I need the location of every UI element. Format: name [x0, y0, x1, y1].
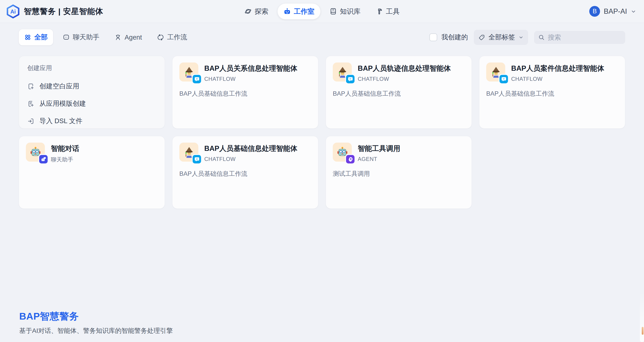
- chevron-down-icon: [631, 9, 636, 14]
- app-logo-icon: Ai: [6, 4, 20, 18]
- app-card-title: 智能对话: [51, 144, 79, 153]
- workflow-icon: [157, 34, 164, 41]
- tag-filter-label: 全部标签: [488, 33, 515, 42]
- app-card-description: BAP人员基础信息工作流: [333, 89, 465, 98]
- svg-text:Ai: Ai: [10, 9, 16, 15]
- app-card-title: BAP人员基础信息处理智能体: [204, 144, 297, 153]
- app-card-description: BAP人员基础信息工作流: [179, 170, 311, 178]
- app-avatar: [179, 62, 198, 81]
- app-card-type: 聊天助手: [51, 156, 79, 163]
- nav-item-explore[interactable]: 探索: [238, 3, 274, 19]
- app-card-type: CHATFLOW: [358, 76, 451, 82]
- import-icon: [27, 118, 34, 125]
- category-tabs: 全部 聊天助手 Agent 工作流: [19, 29, 192, 45]
- create-item-label: 导入 DSL 文件: [40, 116, 82, 126]
- template-plus-icon: [27, 100, 34, 107]
- nav-label: 工作室: [294, 7, 314, 16]
- footer-title: BAP智慧警务: [19, 310, 173, 323]
- scrollbar-track[interactable]: [640, 292, 644, 342]
- search-input[interactable]: [548, 34, 621, 41]
- tag-filter-dropdown[interactable]: 全部标签: [474, 30, 528, 45]
- created-by-me-label: 我创建的: [441, 33, 468, 42]
- page-footer: BAP智慧警务 基于AI对话、智能体、警务知识库的智能警务处理引擎: [19, 310, 173, 335]
- file-plus-icon: [27, 83, 34, 90]
- chatflow-badge-icon: [345, 74, 356, 84]
- tab-label: 全部: [34, 33, 48, 42]
- nav-label: 知识库: [340, 7, 360, 16]
- import-dsl-button[interactable]: 导入 DSL 文件: [27, 112, 156, 130]
- chat-assistant-badge-icon: [38, 154, 48, 164]
- nav-item-tools[interactable]: 工具: [370, 3, 406, 19]
- nav-label: 探索: [255, 7, 268, 16]
- nav-label: 工具: [386, 7, 400, 16]
- app-card-type: AGENT: [358, 156, 400, 162]
- hammer-icon: [376, 8, 383, 15]
- tab-agent[interactable]: Agent: [109, 30, 148, 45]
- chatflow-badge-icon: [192, 74, 202, 84]
- app-avatar: [26, 143, 45, 162]
- app-card-title: BAP人员关系信息处理智能体: [204, 64, 297, 73]
- create-app-panel: 创建应用 创建空白应用 从应用模版创建 导入 DSL 文件: [19, 56, 165, 129]
- app-card[interactable]: 智能工具调用 AGENT 测试工具调用: [326, 136, 472, 209]
- app-avatar: [179, 143, 198, 162]
- tab-all[interactable]: 全部: [19, 29, 53, 45]
- app-card[interactable]: BAP人员基础信息处理智能体 CHATFLOW BAP人员基础信息工作流: [172, 136, 318, 209]
- app-card-title: BAP人员案件信息处理智能体: [511, 64, 604, 73]
- app-header: Ai 智慧警务 | 安星智能体 探索 工作室: [0, 0, 644, 23]
- create-item-label: 创建空白应用: [40, 82, 79, 91]
- filter-toolbar: 全部 聊天助手 Agent 工作流: [19, 29, 625, 45]
- main-nav: 探索 工作室 知识库: [238, 3, 406, 19]
- app-card-type: CHATFLOW: [204, 156, 297, 162]
- app-card-description: BAP人员基础信息工作流: [179, 89, 311, 98]
- search-icon: [538, 34, 545, 41]
- app-avatar: [333, 62, 352, 81]
- avatar[interactable]: B: [589, 6, 600, 17]
- app-card-type: CHATFLOW: [511, 76, 604, 82]
- app-card-description: BAP人员基础信息工作流: [486, 89, 618, 98]
- search-box[interactable]: [534, 31, 625, 44]
- account-name: BAP-AI: [604, 7, 627, 15]
- tab-label: 工作流: [167, 33, 187, 42]
- grid-icon: [24, 34, 31, 41]
- tab-label: Agent: [124, 34, 142, 41]
- tag-icon: [478, 34, 485, 41]
- created-by-me-filter[interactable]: 我创建的: [430, 33, 468, 42]
- scrollbar-thumb[interactable]: [642, 327, 644, 335]
- app-card-title: 智能工具调用: [358, 144, 400, 153]
- app-card[interactable]: BAP人员关系信息处理智能体 CHATFLOW BAP人员基础信息工作流: [172, 56, 318, 129]
- tab-workflow[interactable]: 工作流: [152, 29, 192, 45]
- app-card-type: CHATFLOW: [204, 76, 297, 82]
- create-from-template-button[interactable]: 从应用模版创建: [27, 95, 156, 112]
- robot-icon: [284, 8, 291, 15]
- app-card-description: 测试工具调用: [333, 170, 465, 178]
- page-title: 智慧警务 | 安星智能体: [24, 6, 103, 17]
- planet-icon: [244, 8, 252, 15]
- tab-chat-assistant[interactable]: 聊天助手: [57, 29, 105, 45]
- app-card[interactable]: 智能对话 聊天助手: [19, 136, 165, 209]
- book-icon: [330, 8, 337, 15]
- create-blank-app-button[interactable]: 创建空白应用: [27, 78, 156, 95]
- create-app-title: 创建应用: [27, 64, 156, 72]
- app-card[interactable]: BAP人员轨迹信息处理智能体 CHATFLOW BAP人员基础信息工作流: [326, 56, 472, 129]
- chatflow-badge-icon: [192, 154, 202, 164]
- filter-controls: 我创建的 全部标签: [430, 30, 625, 45]
- agent-icon: [114, 34, 122, 41]
- footer-subtitle: 基于AI对话、智能体、警务知识库的智能警务处理引擎: [19, 327, 173, 335]
- create-item-label: 从应用模版创建: [40, 99, 86, 108]
- app-grid: 创建应用 创建空白应用 从应用模版创建 导入 DSL 文件: [19, 56, 625, 209]
- nav-item-studio[interactable]: 工作室: [278, 3, 320, 19]
- app-card[interactable]: BAP人员案件信息处理智能体 CHATFLOW BAP人员基础信息工作流: [479, 56, 625, 129]
- created-by-me-checkbox[interactable]: [430, 33, 437, 41]
- chevron-down-icon: [518, 35, 524, 40]
- chatflow-badge-icon: [498, 74, 509, 84]
- chat-bubble-icon: [63, 34, 70, 41]
- account-menu[interactable]: B BAP-AI: [589, 6, 638, 17]
- app-avatar: [486, 62, 505, 81]
- app-card-title: BAP人员轨迹信息处理智能体: [358, 64, 451, 73]
- agent-badge-icon: [345, 154, 356, 164]
- tab-label: 聊天助手: [73, 33, 100, 42]
- nav-item-knowledge[interactable]: 知识库: [324, 3, 366, 19]
- app-avatar: [333, 143, 352, 162]
- brand: Ai 智慧警务 | 安星智能体: [6, 4, 103, 18]
